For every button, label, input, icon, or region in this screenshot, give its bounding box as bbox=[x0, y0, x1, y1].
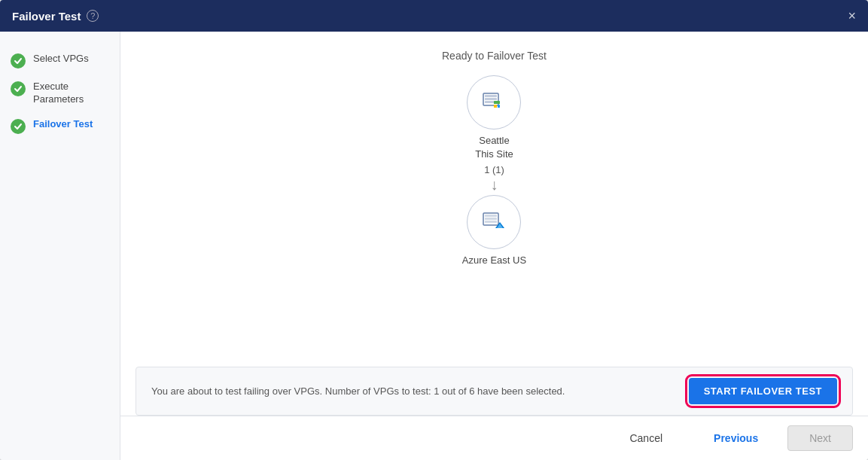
modal-footer: Cancel Previous Next bbox=[120, 416, 868, 460]
svg-rect-10 bbox=[485, 221, 497, 223]
info-message: You are about to test failing over VPGs.… bbox=[151, 385, 689, 397]
ready-label: Ready to Failover Test bbox=[442, 50, 547, 62]
start-failover-test-button[interactable]: START FAILOVER TEST bbox=[689, 378, 837, 404]
target-site-node: Azure East US bbox=[462, 195, 526, 267]
source-site-label: Seattle This Site bbox=[475, 134, 513, 161]
source-site-icon bbox=[467, 75, 521, 129]
sidebar-label-execute-parameters: Execute Parameters bbox=[33, 81, 109, 106]
arrow-count: 1 (1) bbox=[484, 164, 504, 175]
modal-container: Failover Test ? × Select VPGs bbox=[0, 0, 868, 460]
previous-button[interactable]: Previous bbox=[692, 425, 780, 451]
header-left: Failover Test ? bbox=[12, 10, 99, 23]
modal-title: Failover Test bbox=[12, 10, 81, 23]
info-bar: You are about to test failing over VPGs.… bbox=[136, 367, 853, 416]
failover-diagram: Seattle This Site 1 (1) ↓ bbox=[462, 75, 526, 268]
svg-rect-2 bbox=[485, 98, 497, 100]
target-site-icon bbox=[467, 195, 521, 249]
target-site-label: Azure East US bbox=[462, 254, 526, 267]
help-icon[interactable]: ? bbox=[87, 10, 99, 22]
svg-rect-8 bbox=[485, 215, 497, 217]
check-icon-execute-parameters bbox=[11, 81, 26, 96]
svg-rect-9 bbox=[485, 218, 497, 220]
check-icon-failover-test bbox=[11, 119, 26, 134]
content-area: Ready to Failover Test bbox=[120, 32, 868, 367]
arrow-down-icon: ↓ bbox=[490, 177, 498, 192]
cancel-button[interactable]: Cancel bbox=[608, 425, 684, 451]
svg-rect-4 bbox=[494, 101, 500, 104]
source-site-node: Seattle This Site bbox=[467, 75, 521, 161]
main-content: Ready to Failover Test bbox=[120, 32, 868, 460]
modal-body: Select VPGs Execute Parameters Failover … bbox=[0, 32, 868, 460]
sidebar-label-select-vpgs: Select VPGs bbox=[33, 53, 89, 65]
sidebar: Select VPGs Execute Parameters Failover … bbox=[0, 32, 120, 460]
sidebar-label-failover-test: Failover Test bbox=[33, 118, 93, 131]
svg-rect-6 bbox=[498, 105, 500, 108]
next-button: Next bbox=[787, 425, 853, 451]
svg-rect-5 bbox=[494, 105, 497, 108]
modal-header: Failover Test ? × bbox=[0, 0, 868, 32]
check-icon-select-vpgs bbox=[11, 53, 26, 69]
sidebar-item-execute-parameters[interactable]: Execute Parameters bbox=[0, 75, 120, 112]
sidebar-item-select-vpgs[interactable]: Select VPGs bbox=[0, 47, 120, 75]
close-icon[interactable]: × bbox=[848, 8, 856, 24]
svg-rect-1 bbox=[485, 95, 497, 97]
sidebar-item-failover-test[interactable]: Failover Test bbox=[0, 112, 120, 140]
arrow-area: 1 (1) ↓ bbox=[484, 164, 504, 192]
